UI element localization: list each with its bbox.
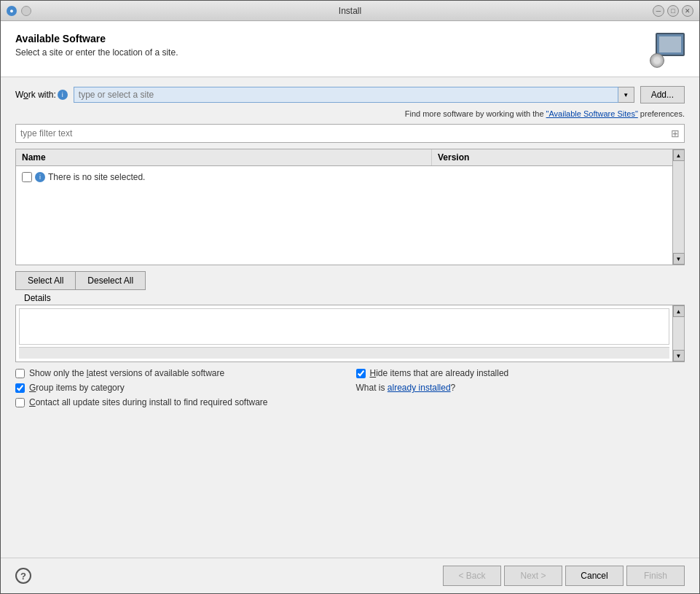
- work-with-info-icon[interactable]: i: [58, 90, 68, 100]
- minimize-icon[interactable]: ─: [653, 5, 664, 17]
- footer-left: ?: [15, 568, 31, 584]
- cd-icon: [650, 53, 664, 68]
- back-button[interactable]: < Back: [443, 566, 501, 586]
- header-text: Available Software Select a site or ente…: [15, 33, 178, 58]
- header-section: Available Software Select a site or ente…: [1, 21, 699, 77]
- details-inner: [16, 305, 672, 362]
- scroll-down-arrow[interactable]: ▼: [673, 253, 685, 265]
- options-section: Show only the latest versions of availab…: [15, 368, 685, 407]
- footer-buttons: < Back Next > Cancel Finish: [443, 566, 685, 586]
- page-subtitle: Select a site or enter the location of a…: [15, 47, 178, 58]
- table-scrollbar[interactable]: ▲ ▼: [672, 149, 684, 265]
- table-col-name: Name: [16, 149, 432, 165]
- finish-button[interactable]: Finish: [626, 566, 685, 586]
- what-is-row: What is already installed?: [356, 383, 685, 393]
- add-button[interactable]: Add...: [640, 86, 685, 103]
- details-textarea[interactable]: [19, 308, 669, 345]
- site-combo: ▼: [74, 87, 634, 103]
- header-icon: [650, 33, 685, 68]
- contact-update-sites-option[interactable]: Contact all update sites during install …: [15, 397, 345, 407]
- hide-installed-checkbox[interactable]: [356, 369, 366, 378]
- row-checkbox[interactable]: [22, 172, 32, 182]
- options-left: Show only the latest versions of availab…: [15, 368, 345, 407]
- software-table: Name Version i There is no site selected…: [15, 149, 685, 265]
- table-col-version: Version: [432, 149, 672, 165]
- site-input[interactable]: [74, 87, 618, 103]
- row-info-icon: i: [35, 172, 45, 182]
- filter-row: ⊞: [15, 124, 685, 143]
- show-latest-checkbox[interactable]: [15, 369, 25, 378]
- table-inner: Name Version i There is no site selected…: [16, 149, 672, 265]
- select-buttons: Select All Deselect All: [15, 271, 685, 290]
- select-all-button[interactable]: Select All: [15, 271, 76, 290]
- available-software-sites-link[interactable]: "Available Software Sites": [546, 109, 638, 118]
- contact-update-sites-checkbox[interactable]: [15, 398, 25, 407]
- filter-input[interactable]: [16, 125, 666, 141]
- work-with-row: Work with: i ▼ Add...: [15, 86, 685, 103]
- already-installed-link[interactable]: already installed: [388, 383, 451, 393]
- find-more-text: Find more software by working with the "…: [15, 109, 685, 118]
- minimize-button[interactable]: [21, 6, 31, 16]
- group-by-category-label: Group items by category: [29, 383, 125, 393]
- contact-update-sites-label: Contact all update sites during install …: [29, 397, 268, 407]
- cancel-button[interactable]: Cancel: [565, 566, 624, 586]
- details-section: ▲ ▼ Details: [15, 299, 685, 362]
- deselect-all-button[interactable]: Deselect All: [76, 271, 146, 290]
- scroll-up-arrow[interactable]: ▲: [673, 149, 685, 161]
- table-body: i There is no site selected.: [16, 166, 672, 188]
- title-bar-left: ●: [7, 6, 31, 16]
- close-icon[interactable]: ✕: [682, 5, 693, 17]
- window-title: Install: [339, 6, 361, 16]
- group-by-category-option[interactable]: Group items by category: [15, 383, 345, 393]
- title-bar-controls: ─ □ ✕: [653, 5, 693, 17]
- no-site-message: There is no site selected.: [48, 172, 145, 182]
- restore-icon[interactable]: □: [667, 5, 679, 17]
- site-dropdown-button[interactable]: ▼: [618, 87, 634, 103]
- table-header: Name Version: [16, 149, 672, 166]
- options-right: Hide items that are already installed Wh…: [356, 368, 685, 407]
- app-icon: ●: [7, 6, 17, 16]
- work-with-label: Work with: i: [15, 90, 68, 100]
- details-panel: ▲ ▼: [15, 305, 685, 362]
- monitor-icon: [656, 33, 685, 56]
- table-row: i There is no site selected.: [16, 169, 672, 185]
- details-label: Details: [21, 293, 54, 303]
- page-title: Available Software: [15, 33, 178, 44]
- monitor-screen: [659, 36, 681, 52]
- details-scrollbar-h: [19, 347, 669, 359]
- details-scroll-up[interactable]: ▲: [673, 305, 685, 317]
- show-latest-label: Show only the latest versions of availab…: [29, 368, 224, 378]
- body-section: Work with: i ▼ Add... Find more software…: [1, 77, 699, 558]
- help-icon[interactable]: ?: [15, 568, 31, 584]
- group-by-category-checkbox[interactable]: [15, 383, 25, 393]
- title-bar: ● Install ─ □ ✕: [1, 1, 699, 21]
- hide-installed-option[interactable]: Hide items that are already installed: [356, 368, 685, 378]
- show-latest-option[interactable]: Show only the latest versions of availab…: [15, 368, 345, 378]
- footer: ? < Back Next > Cancel Finish: [1, 558, 699, 593]
- install-window: ● Install ─ □ ✕ Available Software Selec…: [0, 0, 700, 594]
- details-scroll-down[interactable]: ▼: [673, 350, 685, 362]
- next-button[interactable]: Next >: [504, 566, 562, 586]
- filter-icon: ⊞: [666, 125, 684, 142]
- details-scrollbar-v[interactable]: ▲ ▼: [672, 305, 684, 362]
- hide-installed-label: Hide items that are already installed: [370, 368, 509, 378]
